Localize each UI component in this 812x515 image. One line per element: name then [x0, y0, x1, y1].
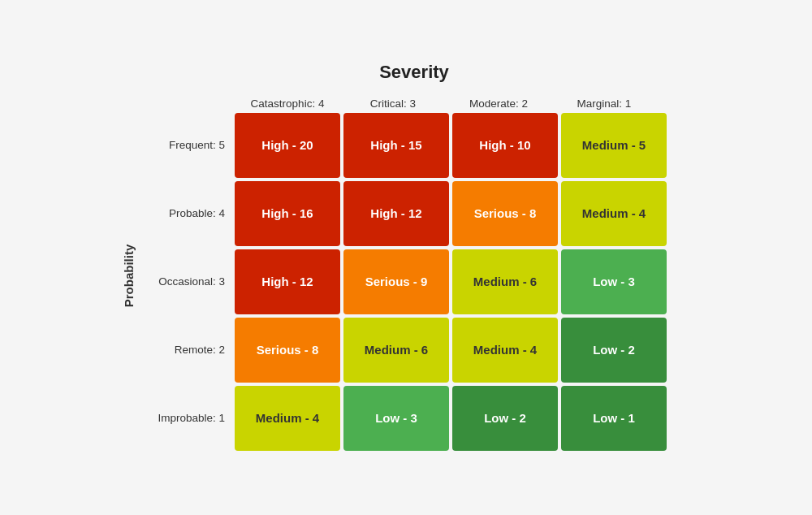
row-label-2: Occasional: 3: [145, 275, 235, 288]
cell-1-2: Serious - 8: [452, 181, 558, 246]
cell-0-2: High - 10: [452, 113, 558, 178]
row-label-1: Probable: 4: [145, 207, 235, 219]
main-area: Probability Catastrophic: 4Critical: 3Mo…: [118, 97, 710, 454]
cell-4-1: Low - 3: [343, 386, 449, 451]
cell-1-1: High - 12: [343, 181, 449, 246]
col-headers: Catastrophic: 4Critical: 3Moderate: 2Mar…: [235, 97, 710, 110]
grid-row-2: Occasional: 3High - 12Serious - 9Medium …: [145, 249, 710, 314]
cell-3-1: Medium - 6: [343, 318, 449, 383]
row-label-3: Remote: 2: [145, 344, 235, 356]
cell-4-2: Low - 2: [452, 386, 558, 451]
cell-2-0: High - 12: [235, 249, 340, 314]
grid-row-3: Remote: 2Serious - 8Medium - 6Medium - 4…: [145, 318, 710, 383]
col-header-0: Catastrophic: 4: [235, 97, 340, 110]
cell-0-3: Medium - 5: [561, 113, 667, 178]
cell-3-3: Low - 2: [561, 318, 667, 383]
cell-2-3: Low - 3: [561, 249, 667, 314]
col-header-1: Critical: 3: [340, 97, 446, 110]
col-header-2: Moderate: 2: [446, 97, 551, 110]
cell-0-0: High - 20: [235, 113, 340, 178]
cell-2-2: Medium - 6: [452, 249, 558, 314]
cell-3-0: Serious - 8: [235, 318, 340, 383]
cell-1-0: High - 16: [235, 181, 340, 246]
grid-row-0: Frequent: 5High - 20High - 15High - 10Me…: [145, 113, 710, 178]
row-label-4: Improbable: 1: [145, 412, 235, 424]
grid-row-1: Probable: 4High - 16High - 12Serious - 8…: [145, 181, 710, 246]
col-header-3: Marginal: 1: [551, 97, 657, 110]
cell-2-1: Serious - 9: [343, 249, 449, 314]
y-axis-label: Probability: [123, 244, 136, 307]
risk-matrix-container: Severity Probability Catastrophic: 4Crit…: [102, 45, 710, 470]
grid-row-4: Improbable: 1Medium - 4Low - 3Low - 2Low…: [145, 386, 710, 451]
row-label-0: Frequent: 5: [145, 139, 235, 151]
cell-3-2: Medium - 4: [452, 318, 558, 383]
grid-area: Catastrophic: 4Critical: 3Moderate: 2Mar…: [145, 97, 710, 454]
chart-title: Severity: [118, 62, 710, 83]
cell-1-3: Medium - 4: [561, 181, 667, 246]
cell-4-3: Low - 1: [561, 386, 667, 451]
y-axis-label-wrapper: Probability: [118, 97, 140, 454]
rows-container: Frequent: 5High - 20High - 15High - 10Me…: [145, 113, 710, 454]
cell-4-0: Medium - 4: [235, 386, 340, 451]
cell-0-1: High - 15: [343, 113, 449, 178]
